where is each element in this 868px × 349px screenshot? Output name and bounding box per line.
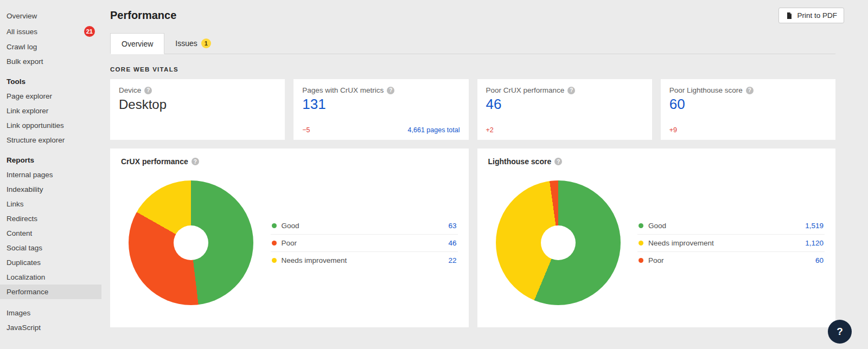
delta-value: −5 xyxy=(302,126,310,134)
tab-issues-label: Issues xyxy=(175,39,197,48)
sidebar-item-label: Structure explorer xyxy=(7,135,65,145)
help-icon[interactable]: ? xyxy=(554,158,562,165)
legend-dot-good xyxy=(639,223,643,228)
chart-title-text: CrUX performance xyxy=(121,157,188,166)
sidebar-item-internal-pages[interactable]: Internal pages xyxy=(0,167,101,182)
help-icon[interactable]: ? xyxy=(387,87,394,94)
lighthouse-score-donut-chart[interactable] xyxy=(496,180,621,305)
stats-row: Device ? Desktop Pages with CrUX metrics… xyxy=(110,79,835,140)
sidebar-item-page-explorer[interactable]: Page explorer xyxy=(0,89,101,104)
help-icon[interactable]: ? xyxy=(567,87,575,94)
chart-body: Good 63 Poor 46 Needs improvement 22 xyxy=(121,169,458,316)
sidebar-item-javascript[interactable]: JavaScript xyxy=(0,320,101,335)
sidebar-item-redirects[interactable]: Redirects xyxy=(0,211,101,226)
sidebar-item-label: Internal pages xyxy=(7,170,53,179)
sidebar-item-crawl-log[interactable]: Crawl log xyxy=(0,40,101,54)
stat-footer: +2 xyxy=(486,126,643,134)
all-issues-count-badge: 21 xyxy=(84,26,95,37)
main-content: Performance Print to PDF Overview Issues… xyxy=(101,0,868,349)
pages-total-link[interactable]: 4,661 pages total xyxy=(408,126,460,134)
legend-row[interactable]: Poor 46 xyxy=(271,235,458,252)
legend-row[interactable]: Good 63 xyxy=(271,217,458,235)
sidebar-item-social-tags[interactable]: Social tags xyxy=(0,241,101,255)
legend-dot-good xyxy=(272,223,277,228)
legend-value[interactable]: 1,120 xyxy=(805,239,824,247)
legend-label: Needs improvement xyxy=(282,256,347,264)
sidebar-item-label: Redirects xyxy=(7,214,37,223)
help-button[interactable]: ? xyxy=(828,320,852,344)
sidebar-item-localization[interactable]: Localization xyxy=(0,270,101,285)
stat-card-device: Device ? Desktop xyxy=(110,79,285,140)
legend-dot-poor xyxy=(639,258,643,263)
chart-title: Lighthouse score ? xyxy=(488,157,825,166)
sidebar-item-images[interactable]: Images xyxy=(0,306,101,320)
legend-row[interactable]: Good 1,519 xyxy=(637,217,825,235)
chart-legend: Good 1,519 Needs improvement 1,120 Poor … xyxy=(637,217,825,269)
sidebar-item-label: All issues xyxy=(7,27,37,36)
sidebar-item-links[interactable]: Links xyxy=(0,197,101,211)
pages-with-crux-metrics-value[interactable]: 131 xyxy=(302,96,459,113)
stat-label: Pages with CrUX metrics ? xyxy=(302,86,459,94)
page-header: Performance Print to PDF xyxy=(110,0,835,23)
help-icon[interactable]: ? xyxy=(746,87,754,94)
print-to-pdf-button[interactable]: Print to PDF xyxy=(778,8,844,23)
legend-row[interactable]: Needs improvement 1,120 xyxy=(637,235,825,252)
sidebar-item-performance[interactable]: Performance xyxy=(0,285,101,299)
sidebar-item-link-opportunities[interactable]: Link opportunities xyxy=(0,118,101,133)
legend-row[interactable]: Poor 60 xyxy=(637,252,825,269)
sidebar-item-label: Links xyxy=(7,199,24,209)
issues-count-badge: 1 xyxy=(201,38,211,48)
tab-issues[interactable]: Issues 1 xyxy=(164,33,221,54)
poor-lighthouse-score-value[interactable]: 60 xyxy=(669,96,827,113)
legend-label: Needs improvement xyxy=(648,239,714,247)
legend-value[interactable]: 60 xyxy=(815,256,824,264)
stat-footer: +9 xyxy=(669,126,827,134)
tab-bar: Overview Issues 1 xyxy=(110,33,835,54)
tab-overview[interactable]: Overview xyxy=(110,33,164,54)
help-icon[interactable]: ? xyxy=(192,158,199,165)
sidebar-item-label: Bulk export xyxy=(7,57,43,66)
sidebar-item-label: Crawl log xyxy=(7,42,37,51)
sidebar-item-indexability[interactable]: Indexability xyxy=(0,182,101,197)
legend-dot-needs-improvement xyxy=(272,258,277,263)
chart-body: Good 1,519 Needs improvement 1,120 Poor … xyxy=(488,169,825,316)
sidebar-item-label: Content xyxy=(7,229,32,238)
stat-footer: −5 4,661 pages total xyxy=(302,126,459,134)
legend-value[interactable]: 1,519 xyxy=(805,222,824,230)
sidebar-item-overview[interactable]: Overview xyxy=(0,9,101,23)
sidebar-item-label: Link explorer xyxy=(7,106,48,115)
lighthouse-score-chart-card: Lighthouse score ? Good 1,519 Needs impr… xyxy=(477,148,836,327)
legend-dot-needs-improvement xyxy=(639,241,643,245)
sidebar-item-link-explorer[interactable]: Link explorer xyxy=(0,104,101,118)
legend-value[interactable]: 46 xyxy=(448,239,456,247)
stat-label: Device ? xyxy=(119,86,276,94)
legend-label: Poor xyxy=(282,239,297,247)
legend-dot-poor xyxy=(272,241,277,245)
sidebar-item-all-issues[interactable]: All issues 21 xyxy=(0,23,101,40)
legend-label: Good xyxy=(648,222,666,230)
help-icon[interactable]: ? xyxy=(144,87,152,94)
stat-label-text: Poor CrUX performance xyxy=(486,86,565,94)
sidebar: Overview All issues 21 Crawl log Bulk ex… xyxy=(0,0,101,349)
sidebar-item-bulk-export[interactable]: Bulk export xyxy=(0,54,101,69)
poor-crux-performance-value[interactable]: 46 xyxy=(486,96,643,113)
sidebar-item-structure-explorer[interactable]: Structure explorer xyxy=(0,133,101,147)
sidebar-item-label: Indexability xyxy=(7,185,43,194)
sidebar-item-label: Page explorer xyxy=(7,92,52,101)
sidebar-item-content[interactable]: Content xyxy=(0,226,101,241)
stat-card-poor-lighthouse-score: Poor Lighthouse score ? 60 +9 xyxy=(661,79,835,140)
legend-value[interactable]: 63 xyxy=(448,222,456,230)
stat-label: Poor Lighthouse score ? xyxy=(669,86,827,94)
sidebar-item-duplicates[interactable]: Duplicates xyxy=(0,255,101,270)
stat-card-pages-with-crux-metrics: Pages with CrUX metrics ? 131 −5 4,661 p… xyxy=(293,79,468,140)
legend-row[interactable]: Needs improvement 22 xyxy=(271,252,458,269)
device-value: Desktop xyxy=(119,97,276,112)
stat-card-poor-crux-performance: Poor CrUX performance ? 46 +2 xyxy=(477,79,652,140)
legend-value[interactable]: 22 xyxy=(448,256,456,264)
sidebar-header-tools: Tools xyxy=(0,69,101,89)
sidebar-item-label: Social tags xyxy=(7,243,42,253)
sidebar-item-label: Link opportunities xyxy=(7,121,64,130)
crux-performance-donut-chart[interactable] xyxy=(129,180,253,305)
tab-overview-label: Overview xyxy=(122,40,153,48)
stat-label-text: Poor Lighthouse score xyxy=(669,86,743,94)
